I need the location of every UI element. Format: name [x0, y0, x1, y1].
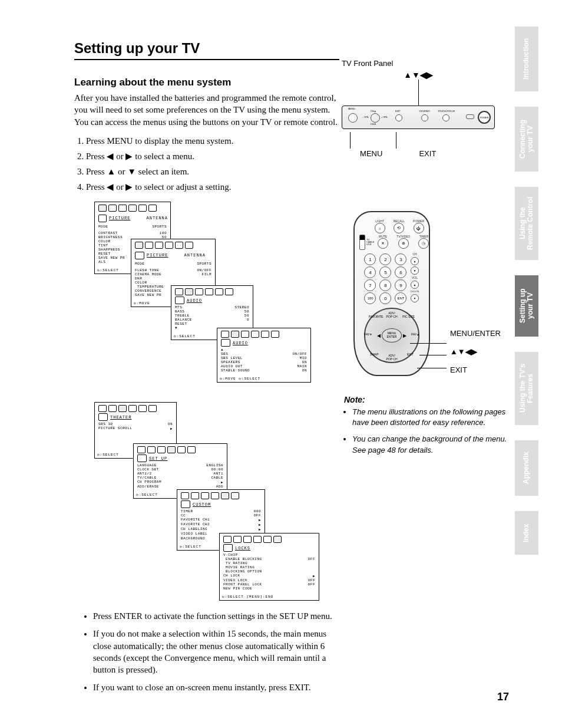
step-3: Press ▲ or ▼ select an item.	[86, 164, 339, 179]
remote-callouts: MENU/ENTER ▲▼◀▶ EXIT	[436, 329, 501, 384]
nav-wheel-icon: ADV/ POP CH FAVORITE PIC SIZE FAV▼ FAV▲ …	[364, 308, 419, 363]
power-button-icon: ⏻	[414, 223, 424, 233]
digit-4: 4	[364, 266, 376, 278]
callout-menu-enter: MENU/ENTER	[450, 329, 501, 338]
dpad-icon	[371, 113, 380, 123]
tvvideo-button-icon	[421, 114, 428, 121]
lower-content: Press ENTER to activate the function set…	[74, 610, 339, 700]
power-button-icon: POWER	[478, 111, 491, 124]
section-title: Learning about the menu system	[74, 77, 339, 88]
digit-8: 8	[379, 279, 391, 291]
page-number: 17	[497, 691, 509, 703]
note-2: You can change the background of the men…	[352, 434, 509, 455]
callout-arrows: ▲▼◀▶	[450, 347, 501, 356]
osd-locks: LOCKS V-CHIP ENABLE BLOCKINGOFF TV RATIN…	[219, 533, 319, 601]
digit-7: 7	[364, 279, 376, 291]
osd-audio-2: AUDIO ▲ SBSON/OFF SBS LEVELMID SPEAKERSO…	[217, 328, 311, 383]
ch-down-icon: ▼	[411, 266, 419, 275]
vol-down-icon: ▼	[411, 294, 419, 302]
exit-button-icon	[395, 114, 402, 121]
digit-3: 3	[395, 253, 406, 265]
recall-button-icon: ⟲	[394, 223, 404, 233]
tab-index: Index	[515, 511, 538, 555]
step-1: Press MENU to display the menu system.	[86, 134, 339, 148]
tab-appendix: Appendix	[515, 440, 538, 496]
front-panel-body: MENU CH▲ – VOL + VOL CH▼ EXIT TV/VIDEO T…	[342, 106, 495, 129]
side-tabs: Introduction Connecting your TV Using th…	[515, 27, 538, 555]
tvvideo-remote-icon: ⊕	[398, 238, 409, 249]
manual-page: Setting up your TV Learning about the me…	[0, 0, 562, 728]
digit-5: 5	[379, 266, 391, 278]
ch-up-icon: ▲	[411, 257, 419, 265]
digit-9: 9	[395, 279, 406, 291]
picture-icon	[98, 215, 107, 222]
ent-button: ENT	[395, 292, 406, 304]
menu-cascade-diagram: PICTURE ANTENNA MODESPORTS CONTRAST100 B…	[94, 202, 330, 597]
light-button-icon: ☼	[375, 223, 385, 233]
digit-100: 100	[364, 292, 376, 304]
note-block: Note: The menu illustrations on the foll…	[344, 395, 509, 462]
remote-body: LIGHT☼ RECALL⟲ POWER⏻ TV CABLE VCR MUTE✕…	[353, 211, 430, 376]
tab-features: Using the TV's Features	[515, 352, 538, 425]
front-panel-title: TV Front Panel	[342, 59, 495, 68]
exit-label: EXIT	[419, 149, 436, 158]
oval-button-icon	[466, 114, 474, 119]
menu-button-icon	[348, 113, 358, 123]
menu-label: MENU	[360, 149, 382, 158]
bullet-1: Press ENTER to activate the function set…	[93, 610, 339, 622]
main-column: Setting up your TV Learning about the me…	[74, 40, 339, 200]
arrow-cluster-icon: ▲▼◀▶	[342, 70, 495, 80]
front-panel-diagram: TV Front Panel ▲▼◀▶ MENU CH▲ – VOL + VOL…	[342, 59, 495, 158]
timer-button-icon: ◷	[418, 238, 429, 249]
tab-remote: Using the Remote Control	[515, 187, 538, 260]
tab-connecting: Connecting your TV	[515, 107, 538, 172]
bullets-list: Press ENTER to activate the function set…	[93, 610, 339, 694]
step-4: Press ◀ or ▶ to select or adjust a setti…	[86, 180, 339, 194]
tab-introduction: Introduction	[515, 27, 538, 91]
step-2: Press ◀ or ▶ to select a menu.	[86, 149, 339, 163]
bullet-2: If you do not make a selection within 15…	[93, 628, 339, 676]
menu-enter-button-icon: MENUENTER	[382, 328, 402, 342]
page-title: Setting up your TV	[74, 40, 339, 60]
mute-button-icon: ✕	[378, 238, 388, 249]
note-1: The menu illustrations on the following …	[352, 407, 509, 428]
remote-diagram: LIGHT☼ RECALL⟲ POWER⏻ TV CABLE VCR MUTE✕…	[353, 211, 442, 376]
bullet-3: If you want to close an on-screen menu i…	[93, 681, 339, 693]
callout-exit: EXIT	[450, 365, 501, 374]
steps-list: Press MENU to display the menu system. P…	[86, 134, 339, 194]
digit-6: 6	[395, 266, 406, 278]
digit-2: 2	[379, 253, 391, 265]
digit-0: 0	[379, 292, 391, 304]
tab-setting-up: Setting up your TV	[515, 275, 538, 337]
device-switch-icon	[359, 235, 365, 250]
intro-paragraph: After you have installed the batteries a…	[74, 92, 339, 128]
note-heading: Note:	[344, 395, 509, 404]
digit-1: 1	[364, 253, 376, 265]
touchfocus-button-icon	[442, 114, 449, 121]
vol-up-icon: ▲	[411, 281, 419, 289]
